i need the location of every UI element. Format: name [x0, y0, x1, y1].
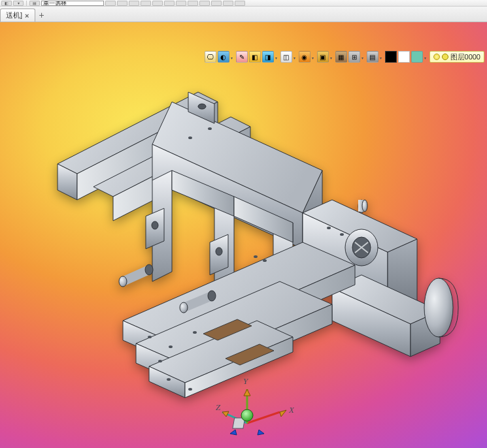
svg-point-47 — [158, 360, 162, 362]
axis-z-label: Z — [216, 402, 221, 412]
svg-point-51 — [208, 127, 212, 130]
cube-blue-dropdown[interactable]: ◨ — [262, 51, 274, 63]
selection-mode-value: 单一选择 — [43, 1, 67, 6]
view-toolbar: 🖵 ◐ ✎ ◧ ◨ ◫ ◉ ▣ ▦ ⊞ ▤ 图层0000 — [0, 49, 487, 65]
svg-point-44 — [193, 331, 197, 334]
svg-point-55 — [145, 264, 153, 275]
svg-rect-66 — [233, 418, 245, 428]
layer-selector[interactable]: 图层0000 — [429, 51, 484, 63]
svg-marker-61 — [222, 411, 229, 417]
layer-color-icon — [442, 54, 448, 60]
tool-btn-a[interactable] — [105, 1, 116, 6]
tool-btn-b[interactable] — [117, 1, 127, 6]
screen-icon[interactable]: 🖵 — [205, 51, 216, 63]
tool-btn-g[interactable] — [176, 1, 186, 6]
color-swatch-teal-dropdown[interactable] — [411, 51, 423, 63]
svg-point-30 — [362, 200, 367, 212]
tool-btn-d[interactable] — [141, 1, 151, 6]
frame-dropdown[interactable]: ▣ — [317, 51, 329, 63]
tool-btn-j[interactable] — [211, 1, 222, 6]
add-tab-button[interactable]: + — [35, 8, 48, 22]
svg-point-56 — [180, 302, 188, 313]
tool-btn-k[interactable] — [223, 1, 233, 6]
svg-point-67 — [241, 409, 253, 421]
tool-dropdown-1[interactable]: ▾ — [13, 1, 24, 6]
document-tab-label: 送机] — [6, 10, 22, 20]
svg-point-14 — [152, 221, 158, 229]
color-swatch-white[interactable] — [398, 51, 410, 63]
shade-dropdown[interactable]: ▤ — [367, 51, 378, 63]
svg-point-53 — [340, 233, 344, 236]
tool-btn-f[interactable] — [164, 1, 175, 6]
section-icon[interactable]: ▦ — [335, 51, 347, 63]
svg-marker-68 — [230, 430, 237, 435]
tool-page-icon[interactable]: ▤ — [29, 1, 40, 6]
tool-btn-i[interactable] — [199, 1, 210, 6]
highlighter-icon[interactable]: ✎ — [236, 51, 248, 63]
svg-point-16 — [216, 248, 222, 255]
main-toolbar: ◧ ▾ ▤ 单一选择 — [0, 0, 487, 7]
svg-line-62 — [247, 412, 280, 423]
axis-x-label: X — [288, 405, 294, 415]
color-swatch-black[interactable] — [385, 51, 397, 63]
visibility-dropdown[interactable]: ◐ — [218, 51, 229, 63]
svg-line-60 — [222, 412, 247, 423]
document-tab-active[interactable]: 送机] × — [0, 8, 35, 22]
svg-marker-63 — [280, 410, 286, 417]
svg-point-50 — [188, 136, 192, 139]
toolbar-separator — [26, 1, 27, 6]
svg-point-42 — [148, 336, 152, 338]
svg-point-57 — [208, 291, 216, 301]
tool-btn-c[interactable] — [129, 1, 139, 6]
tool-cube-icon[interactable]: ◧ — [1, 1, 12, 6]
sphere-orange-dropdown[interactable]: ◉ — [299, 51, 311, 63]
grid-dropdown[interactable]: ⊞ — [348, 51, 360, 63]
cad-model — [22, 53, 466, 400]
svg-point-48 — [254, 255, 258, 258]
svg-point-25 — [424, 278, 453, 337]
lightbulb-icon — [433, 54, 440, 60]
tool-btn-l[interactable] — [235, 1, 245, 6]
close-tab-icon[interactable]: × — [25, 12, 29, 20]
box-yellow-icon[interactable]: ◧ — [249, 51, 261, 63]
svg-point-45 — [167, 378, 171, 381]
layer-label: 图层0000 — [450, 52, 480, 62]
svg-point-52 — [327, 227, 331, 229]
svg-point-59 — [198, 104, 206, 109]
cube-white-dropdown[interactable]: ◫ — [280, 51, 292, 63]
selection-mode-select[interactable]: 单一选择 — [41, 1, 104, 6]
document-tab-strip: 送机] × + — [0, 7, 487, 22]
svg-point-46 — [188, 388, 192, 391]
svg-marker-69 — [258, 430, 264, 435]
viewport-3d[interactable]: 🖵 ◐ ✎ ◧ ◨ ◫ ◉ ▣ ▦ ⊞ ▤ 图层0000 — [0, 22, 487, 448]
svg-point-43 — [169, 345, 173, 348]
svg-point-49 — [263, 259, 267, 262]
tool-btn-h[interactable] — [188, 1, 198, 6]
tool-btn-e[interactable] — [152, 1, 163, 6]
svg-point-54 — [119, 276, 127, 287]
plus-icon: + — [39, 10, 44, 20]
